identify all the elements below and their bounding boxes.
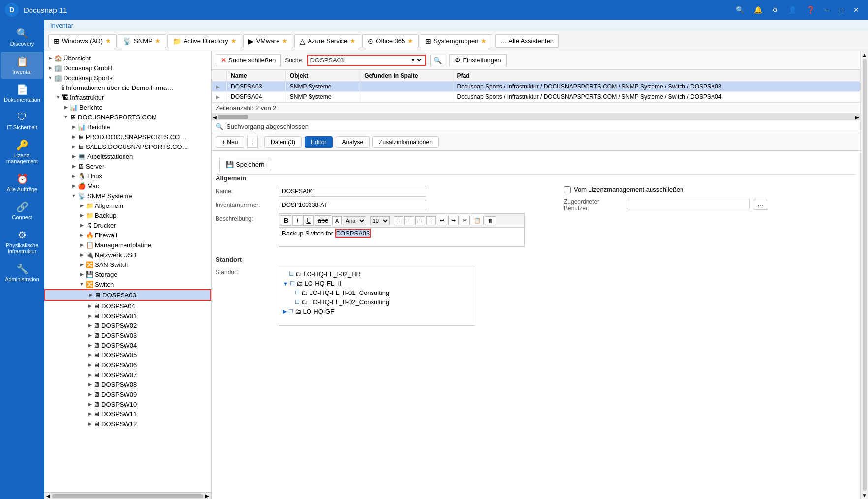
expand-icon[interactable]: ▶ — [70, 172, 78, 180]
strikethrough-button[interactable]: abc — [315, 215, 331, 226]
expand-icon[interactable]: ▶ — [62, 103, 70, 111]
tree-item-managementplatine[interactable]: ▶ 📋 Managementplatine — [44, 240, 211, 250]
expand-icon[interactable]: ▶ — [86, 410, 93, 418]
tree-item-infrastruktur[interactable]: ▼ 🏗 Infrastruktur — [44, 92, 211, 102]
tree-item-dospsw05[interactable]: ▶ 🖥 DOSPSW05 — [44, 350, 211, 360]
tree-item-dospsw10[interactable]: ▶ 🖥 DOSPSW10 — [44, 399, 211, 409]
sidebar-item-auftraege[interactable]: ⏰ Alle Aufträge — [1, 169, 43, 196]
standort-item-hr[interactable]: ☐ 🗂 LO-HQ-FL_I-02_HR — [281, 269, 473, 279]
zugeordneter-browse-button[interactable]: … — [754, 199, 767, 210]
expand-icon[interactable]: ▶ — [78, 261, 86, 268]
tree-item-berichte-l2[interactable]: ▶ 📊 Berichte — [44, 102, 211, 112]
row-expand[interactable]: ▶ — [212, 92, 227, 102]
standort-expand-icon[interactable]: ▶ — [283, 308, 287, 315]
tree-scroll-right[interactable]: ▶ — [205, 493, 209, 499]
zugeordneter-input[interactable] — [627, 199, 750, 209]
align-left-button[interactable]: ≡ — [394, 216, 403, 225]
expand-icon[interactable]: ▼ — [54, 93, 62, 101]
tree-item-firewall[interactable]: ▶ 🔥 Firewall — [44, 230, 211, 240]
expand-icon[interactable]: ▶ — [78, 251, 86, 259]
standort-expand-icon[interactable]: ▼ — [283, 281, 288, 287]
copy-button[interactable]: 📋 — [471, 216, 484, 225]
expand-icon[interactable]: ▶ — [46, 54, 54, 62]
expand-icon[interactable]: ▶ — [87, 291, 94, 299]
tree-item-netzwerk-usb[interactable]: ▶ 🔌 Netzwerk USB — [44, 250, 211, 260]
tab-office365[interactable]: ⊙ Office 365 ★ — [362, 34, 419, 48]
tree-item-dospsa03[interactable]: ▶ 🖥 DOSPSA03 — [44, 289, 211, 301]
expand-icon[interactable]: ▶ — [86, 361, 93, 369]
sidebar-item-connect[interactable]: 🔗 Connect — [1, 197, 43, 224]
sidebar-item-discovery[interactable]: 🔍 Discovery — [1, 24, 43, 51]
expand-icon[interactable]: ▶ — [86, 351, 93, 359]
tree-item-san-switch[interactable]: ▶ 🔀 SAN Switch — [44, 260, 211, 269]
user-icon[interactable]: 👤 — [784, 5, 801, 15]
expand-icon[interactable]: ▶ — [70, 143, 78, 150]
expand-icon[interactable]: ▶ — [78, 211, 86, 219]
align-center-button[interactable]: ≡ — [404, 216, 414, 225]
close-button[interactable]: ✕ — [849, 5, 863, 15]
tree-item-linux[interactable]: ▶ 🐧 Linux — [44, 171, 211, 181]
expand-icon[interactable]: ▶ — [70, 152, 78, 160]
tab-active-directory[interactable]: 📁 Active Directory ★ — [167, 34, 242, 48]
sidebar-item-administration[interactable]: 🔧 Administration — [1, 259, 43, 286]
star-icon[interactable]: ★ — [282, 37, 288, 45]
expand-icon[interactable]: ▶ — [86, 322, 93, 329]
star-icon[interactable]: ★ — [231, 37, 237, 45]
minimize-button[interactable]: ─ — [821, 5, 834, 15]
font-select[interactable]: Arial — [343, 216, 366, 225]
tree-item-sales[interactable]: ▶ 🖥 SALES.DOCUSNAPSPORTS.CO… — [44, 142, 211, 151]
tree-item-allgemein[interactable]: ▶ 📁 Allgemein — [44, 201, 211, 210]
tree-item-dospsw03[interactable]: ▶ 🖥 DOSPSW03 — [44, 330, 211, 340]
sidebar-item-lizenz[interactable]: 🔑 Lizenz-management — [1, 135, 43, 168]
standort-item-consulting1[interactable]: ☐ 🗂 LO-HQ-FL_II-01_Consulting — [281, 288, 473, 297]
underline-button[interactable]: U — [303, 215, 313, 226]
cut-button[interactable]: ✂ — [460, 216, 470, 225]
italic-button[interactable]: I — [292, 215, 302, 226]
name-field[interactable] — [279, 186, 426, 197]
tab-daten-button[interactable]: Daten (3) — [264, 136, 302, 148]
scroll-left-icon[interactable]: ◀ — [213, 115, 217, 120]
expand-icon[interactable]: ▶ — [78, 241, 86, 249]
standort-item-consulting2[interactable]: ☐ 🗂 LO-HQ-FL_II-02_Consulting — [281, 297, 473, 307]
tree-item-storage[interactable]: ▶ 💾 Storage — [44, 269, 211, 279]
expand-icon[interactable]: ▼ — [70, 192, 78, 200]
sidebar-item-dokumentation[interactable]: 📄 Dokumentation — [1, 80, 43, 107]
color-button[interactable]: A — [332, 216, 342, 225]
tree-item-dospsw06[interactable]: ▶ 🖥 DOSPSW06 — [44, 360, 211, 370]
tree-item-dospsw09[interactable]: ▶ 🖥 DOSPSW09 — [44, 389, 211, 399]
lizenz-checkbox[interactable] — [564, 186, 571, 193]
save-button[interactable]: 💾 Speichern — [219, 158, 271, 171]
tab-systemgruppen[interactable]: ⊞ Systemgruppen ★ — [420, 34, 492, 48]
tab-zusatz-button[interactable]: Zusatzinformationen — [372, 136, 439, 148]
expand-icon[interactable]: ▶ — [78, 202, 86, 209]
horizontal-scrollbar[interactable]: ◀ ▶ — [212, 114, 860, 120]
sidebar-item-it-sicherheit[interactable]: 🛡 IT Sicherheit — [1, 108, 43, 134]
settings-icon[interactable]: ⚙ — [768, 5, 782, 15]
expand-icon[interactable]: ▶ — [86, 400, 93, 408]
size-select[interactable]: 10 — [370, 216, 390, 225]
expand-icon[interactable]: ▶ — [70, 182, 78, 190]
right-panel-scrollbar[interactable]: ▲ ▼ — [860, 51, 868, 499]
notifications-icon[interactable]: 🔔 — [750, 5, 766, 15]
result-name[interactable]: DOSPSA03 — [227, 82, 286, 92]
tree-item-switch[interactable]: ▼ 🔀 Switch — [44, 279, 211, 289]
align-right-button[interactable]: ≡ — [415, 216, 425, 225]
tree-item-docusnap-sports[interactable]: ▼ 🏢 Docusnap Sports — [44, 73, 211, 83]
tab-windows-ad[interactable]: ⊞ Windows (AD) ★ — [48, 34, 117, 48]
tree-item-dospsw11[interactable]: ▶ 🖥 DOSPSW11 — [44, 409, 211, 419]
star-icon[interactable]: ★ — [105, 37, 111, 45]
tree-scroll[interactable]: ▶ 🏠 Übersicht ▶ 🏢 Docusnap GmbH ▼ 🏢 — [44, 51, 211, 492]
justify-button[interactable]: ≡ — [426, 216, 436, 225]
expand-icon[interactable]: ▼ — [62, 113, 70, 121]
tree-item-docusnap-gmbh[interactable]: ▶ 🏢 Docusnap GmbH — [44, 63, 211, 73]
expand-icon[interactable]: ▶ — [86, 331, 93, 339]
tree-item-dospsw04[interactable]: ▶ 🖥 DOSPSW04 — [44, 340, 211, 350]
scroll-thumb[interactable] — [218, 115, 248, 119]
expand-icon[interactable]: ▶ — [86, 371, 93, 379]
tab-vmware[interactable]: ▶ VMware ★ — [243, 34, 294, 48]
tree-item-arbeitsstationen[interactable]: ▶ 💻 Arbeitsstationen — [44, 151, 211, 161]
star-icon[interactable]: ★ — [155, 37, 161, 45]
expand-icon[interactable]: ▶ — [86, 312, 93, 320]
expand-icon[interactable]: ▶ — [86, 390, 93, 398]
expand-icon[interactable]: ▶ — [86, 420, 93, 428]
